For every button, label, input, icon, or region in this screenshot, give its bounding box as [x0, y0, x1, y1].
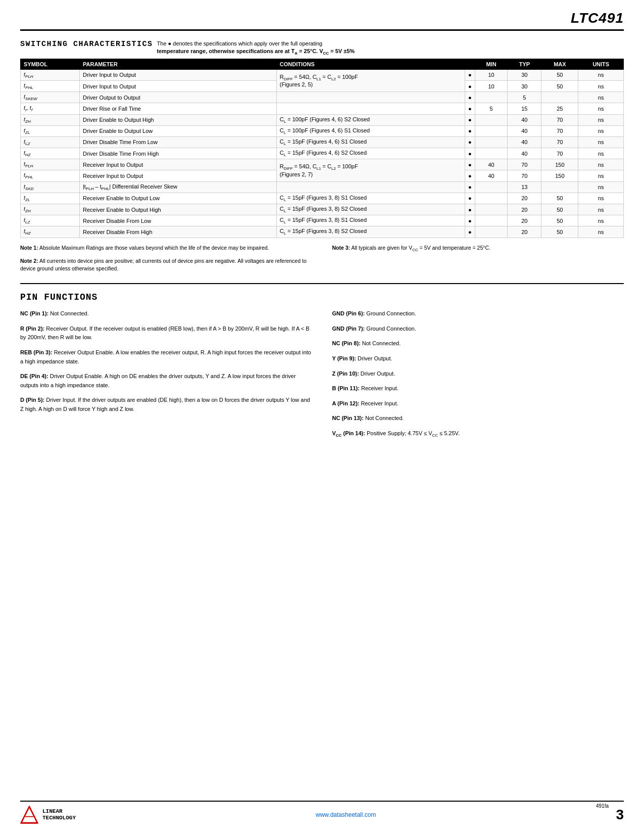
cell-bullet: ● — [465, 170, 475, 181]
footer-url-container: www.datasheetall.com — [316, 811, 376, 818]
table-row: tZHDriver Enable to Output HighCL = 100p… — [21, 114, 624, 125]
cell-bullet: ● — [465, 136, 475, 148]
cell-units: ns — [578, 125, 624, 136]
pin-label: Y (Pin 9): — [332, 355, 356, 361]
table-row: tHZDriver Disable Time From HighCL = 15p… — [21, 148, 624, 159]
note-2: Note 2: All currents into device pins ar… — [20, 257, 312, 273]
table-row: tr, tfDriver Rise or Fall Time●51525ns — [21, 103, 624, 114]
cell-bullet: ● — [465, 80, 475, 91]
note-3-container: Note 3: All typicals are given for VCC =… — [332, 244, 624, 253]
cell-typ: 5 — [508, 92, 541, 103]
pin-entry: DE (Pin 4): Driver Output Enable. A high… — [20, 372, 312, 390]
cell-max: 25 — [541, 103, 578, 114]
cell-typ: 15 — [508, 103, 541, 114]
cell-bullet: ● — [465, 69, 475, 80]
pin-description: Driver Output Enable. A high on DE enabl… — [20, 373, 296, 388]
cell-typ: 70 — [508, 159, 541, 170]
cell-conditions: CL = 100pF (Figures 4, 6) S2 Closed — [276, 114, 465, 125]
cell-max: 70 — [541, 136, 578, 148]
note-3: Note 3: All typicals are given for VCC =… — [332, 244, 624, 253]
cell-symbol: tPLH — [21, 69, 80, 80]
table-row: tSKEWDriver Output to Output●5ns — [21, 92, 624, 103]
cell-parameter: Receiver Disable From High — [80, 226, 277, 238]
cell-parameter: Receiver Input to Output — [80, 159, 277, 170]
cell-min: 40 — [475, 170, 508, 181]
cell-units: ns — [578, 226, 624, 238]
cell-parameter: Driver Disable Time From Low — [80, 136, 277, 148]
switching-main-title: SWITCHING CHARACTERISTICS — [20, 40, 153, 49]
cell-bullet: ● — [465, 159, 475, 170]
pin-description: Driver Output. — [361, 370, 395, 377]
chip-title: LTC491 — [571, 10, 624, 26]
pin-entry: Z (Pin 10): Driver Output. — [332, 369, 624, 379]
cell-max: 70 — [541, 125, 578, 136]
col-units: UNITS — [578, 59, 624, 69]
cell-parameter: Driver Enable to Output High — [80, 114, 277, 125]
pin-label: A (Pin 12): — [332, 400, 360, 406]
cell-min — [475, 136, 508, 148]
switching-title-block: SWITCHING CHARACTERISTICS The ● denotes … — [20, 40, 624, 57]
cell-typ: 30 — [508, 69, 541, 80]
pin-entry: GND (Pin 7): Ground Connection. — [332, 325, 624, 334]
cell-units: ns — [578, 204, 624, 215]
switching-subtitle-line2: temperature range, otherwise specificati… — [157, 48, 355, 54]
footer-page-number: 3 — [616, 807, 624, 823]
cell-units: ns — [578, 92, 624, 103]
footer-company-name: LINEARTECHNOLOGY — [42, 808, 76, 821]
pin-description: Positive Supply; 4.75V ≤ VCC ≤ 5.25V. — [367, 430, 460, 436]
cell-typ: 40 — [508, 136, 541, 148]
cell-min — [475, 92, 508, 103]
cell-conditions — [276, 181, 465, 193]
pin-label: GND (Pin 7): — [332, 326, 365, 332]
pin-functions-section: PIN FUNCTIONS NC (Pin 1): Not Connected.… — [20, 292, 624, 445]
cell-units: ns — [578, 193, 624, 204]
cell-bullet: ● — [465, 215, 475, 226]
table-row: tSKD|tPLH – tPHL| Differential Receiver … — [21, 181, 624, 193]
cell-symbol: tHZ — [21, 226, 80, 238]
cell-symbol: tZL — [21, 193, 80, 204]
switching-table: SYMBOL PARAMETER CONDITIONS MIN TYP MAX … — [20, 59, 624, 238]
cell-conditions — [276, 103, 465, 114]
cell-max: 50 — [541, 204, 578, 215]
section-divider — [20, 283, 624, 284]
pin-label: VCC (Pin 14): — [332, 430, 365, 436]
pin-label: B (Pin 11): — [332, 385, 360, 391]
cell-typ: 20 — [508, 215, 541, 226]
cell-symbol: tr, tf — [21, 103, 80, 114]
cell-min — [475, 193, 508, 204]
cell-conditions: CL = 15pF (Figures 3, 8) S2 Closed — [276, 226, 465, 238]
pin-label: REB (Pin 3): — [20, 349, 53, 355]
pin-description: Receiver Input. — [361, 400, 399, 406]
table-row: tPLHReceiver Input to OutputRDIFF = 54Ω,… — [21, 159, 624, 170]
note-2-container: Note 2: All currents into device pins ar… — [20, 257, 312, 273]
pin-entry: D (Pin 5): Driver Input. If the driver o… — [20, 396, 312, 413]
table-row: tZHReceiver Enable to Output HighCL = 15… — [21, 204, 624, 215]
cell-max: 50 — [541, 226, 578, 238]
pin-label: NC (Pin 13): — [332, 415, 364, 421]
cell-symbol: tLZ — [21, 136, 80, 148]
cell-units: ns — [578, 114, 624, 125]
cell-parameter: Driver Input to Output — [80, 80, 277, 91]
cell-units: ns — [578, 181, 624, 193]
cell-symbol: tZL — [21, 125, 80, 136]
cell-min: 10 — [475, 80, 508, 91]
pin-description: Driver Output. — [358, 355, 392, 361]
cell-conditions: CL = 15pF (Figures 4, 6) S1 Closed — [276, 136, 465, 148]
cell-symbol: tHZ — [21, 148, 80, 159]
cell-conditions: RDIFF = 54Ω, CL1 = CL2 = 100pF(Figures 2… — [276, 69, 465, 91]
cell-min — [475, 226, 508, 238]
col-typ: TYP — [508, 59, 541, 69]
cell-conditions: CL = 15pF (Figures 3, 8) S2 Closed — [276, 204, 465, 215]
cell-typ: 20 — [508, 226, 541, 238]
cell-max — [541, 92, 578, 103]
cell-conditions: CL = 15pF (Figures 3, 8) S1 Closed — [276, 215, 465, 226]
cell-parameter: |tPLH – tPHL| Differential Receiver Skew — [80, 181, 277, 193]
cell-bullet: ● — [465, 92, 475, 103]
cell-symbol: tLZ — [21, 215, 80, 226]
cell-parameter: Receiver Enable to Output High — [80, 204, 277, 215]
cell-typ: 13 — [508, 181, 541, 193]
cell-parameter: Driver Disable Time From High — [80, 148, 277, 159]
cell-bullet: ● — [465, 125, 475, 136]
cell-parameter: Driver Input to Output — [80, 69, 277, 80]
cell-min: 40 — [475, 159, 508, 170]
